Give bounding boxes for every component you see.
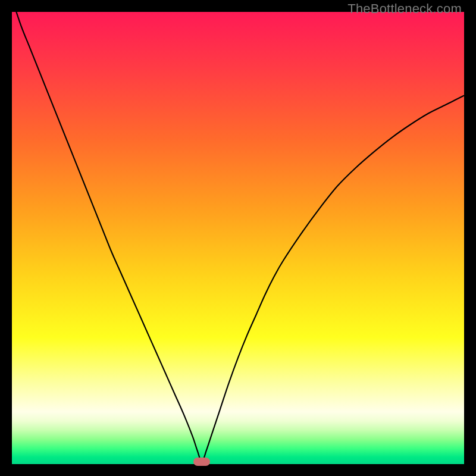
gradient-background [12, 12, 464, 464]
bottleneck-plot [12, 12, 464, 464]
watermark-text: TheBottleneck.com [347, 1, 462, 17]
optimal-marker [193, 458, 210, 466]
chart-frame [12, 12, 464, 464]
